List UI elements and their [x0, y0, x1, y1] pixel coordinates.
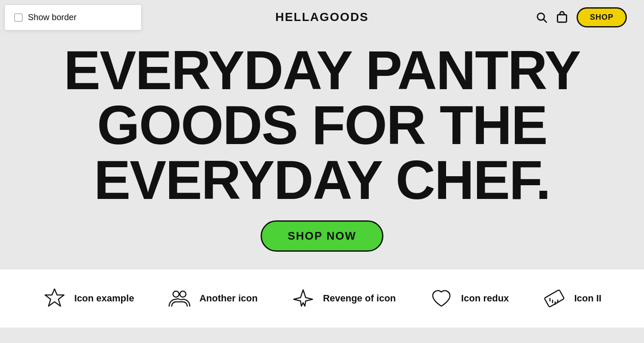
people-icon — [167, 286, 191, 310]
show-border-label: Show border — [28, 12, 76, 22]
plane-icon — [291, 286, 315, 310]
svg-point-5 — [180, 291, 186, 297]
hero-title-line1: EVERYDAY PANTRY — [64, 39, 580, 101]
svg-line-1 — [544, 19, 546, 22]
shop-button[interactable]: SHOP — [577, 7, 627, 27]
feature-item-icon-example: Icon example — [43, 286, 134, 310]
feature-item-revenge-of-icon: Revenge of icon — [291, 286, 396, 310]
feature-label-icon-example: Icon example — [74, 293, 134, 304]
shop-now-button[interactable]: SHOP NOW — [261, 220, 383, 252]
ruler-icon — [542, 286, 566, 310]
hero-title-line3: EVERYDAY CHEF. — [94, 149, 550, 211]
hero-title-line2: GOODS FOR THE — [97, 94, 547, 156]
svg-rect-6 — [544, 290, 565, 307]
bag-icon[interactable] — [556, 11, 568, 23]
show-border-overlay: Show border — [4, 4, 142, 30]
hero-title: EVERYDAY PANTRY GOODS FOR THE EVERYDAY C… — [64, 43, 580, 208]
feature-item-icon-redux: Icon redux — [429, 286, 509, 310]
footer-area — [0, 328, 644, 343]
search-icon[interactable] — [535, 11, 547, 23]
feature-label-another-icon: Another icon — [199, 293, 258, 304]
svg-point-4 — [173, 291, 179, 297]
heart-icon — [429, 286, 453, 310]
star-icon — [43, 286, 67, 310]
hero-section: EVERYDAY PANTRY GOODS FOR THE EVERYDAY C… — [0, 34, 644, 269]
show-border-checkbox[interactable] — [14, 13, 23, 22]
feature-item-icon-ii: Icon II — [542, 286, 601, 310]
feature-label-icon-redux: Icon redux — [461, 293, 509, 304]
nav-brand[interactable]: HELLAGOODS — [275, 10, 369, 24]
feature-label-icon-ii: Icon II — [574, 293, 601, 304]
feature-item-another-icon: Another icon — [167, 286, 258, 310]
nav-right: SHOP — [535, 7, 627, 27]
svg-marker-3 — [45, 289, 64, 306]
features-strip: Icon example Another icon Revenge of ico… — [0, 269, 644, 328]
feature-label-revenge-of-icon: Revenge of icon — [323, 293, 396, 304]
svg-rect-2 — [557, 15, 566, 22]
